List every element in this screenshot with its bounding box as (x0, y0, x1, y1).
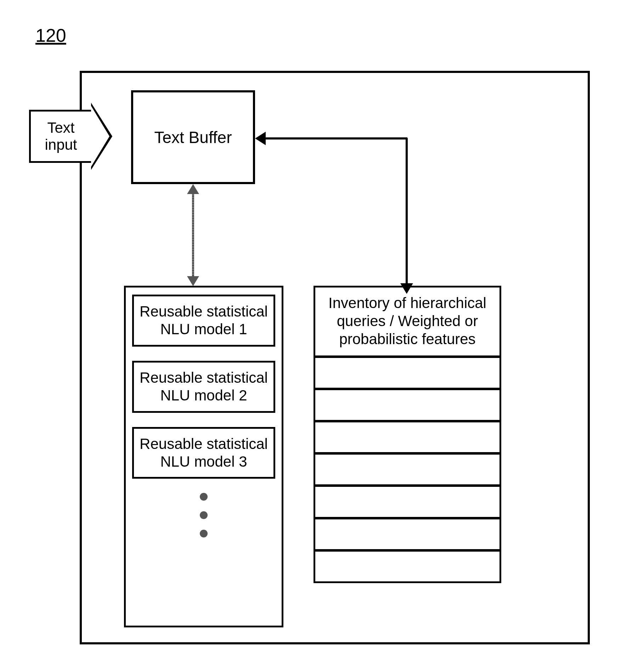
inventory-row (315, 455, 499, 487)
nlu-models-box: Reusable statistical NLU model 1 Reusabl… (124, 286, 283, 627)
ellipsis-dots (132, 493, 275, 537)
inventory-header: Inventory of hierarchical queries / Weig… (315, 287, 499, 355)
bidirectional-arrow (192, 186, 194, 285)
figure-number: 120 (35, 25, 66, 46)
inventory-row (315, 487, 499, 519)
inventory-row (315, 390, 499, 422)
inventory-box: Inventory of hierarchical queries / Weig… (314, 286, 501, 583)
inventory-row (315, 552, 499, 581)
text-buffer-box: Text Buffer (131, 90, 255, 184)
inventory-rows (315, 355, 499, 581)
text-input-arrow: Text input (29, 103, 111, 170)
diagram-stage: 120 Text input Text Buffer Reusable stat… (0, 0, 621, 672)
nlu-model-item: Reusable statistical NLU model 2 (132, 361, 275, 413)
arrowhead-icon (255, 132, 266, 145)
nlu-model-item: Reusable statistical NLU model 3 (132, 427, 275, 479)
inventory-row (315, 358, 499, 390)
text-input-label: Text input (29, 110, 91, 163)
nlu-model-item: Reusable statistical NLU model 1 (132, 295, 275, 347)
feedback-arrow-segment (257, 137, 407, 139)
feedback-arrow-segment (406, 138, 408, 286)
inventory-row (315, 519, 499, 552)
inventory-row (315, 422, 499, 455)
